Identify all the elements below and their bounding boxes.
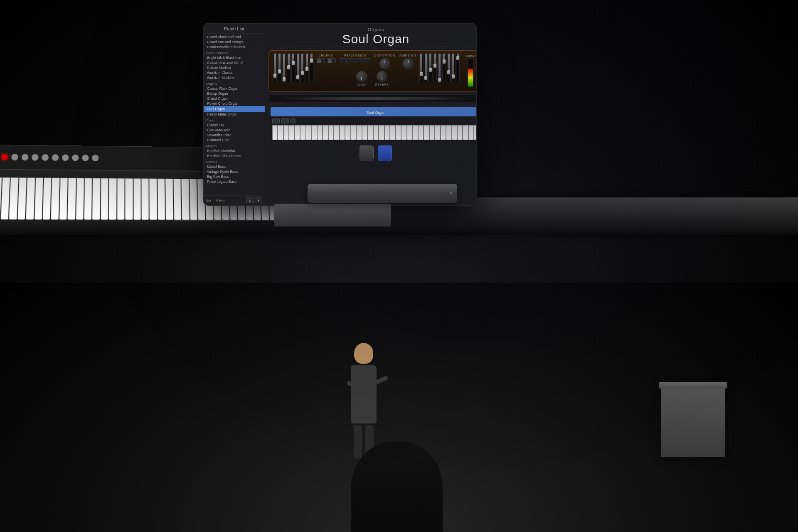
patch-item[interactable]: Grand Organ: [204, 96, 265, 101]
patch-list-footer: Set Patch ▲ ▼: [204, 195, 265, 205]
organ-name: Soul Organ: [272, 32, 477, 46]
patch-item[interactable]: Big Saw Bass: [204, 174, 265, 179]
patch-category: Mallets: [204, 143, 265, 148]
patch-item[interactable]: Classic D6: [204, 123, 265, 128]
patch-item[interactable]: Pulse Legato Bass: [204, 179, 265, 184]
keyboard-label-text: Soul Organ: [367, 111, 386, 115]
patch-item[interactable]: Classic Rock Organ: [204, 86, 265, 91]
output-section: Output: [462, 54, 477, 87]
kbd-control-1[interactable]: [272, 118, 280, 123]
click-knob[interactable]: [356, 71, 367, 82]
organ-category: Organs: [272, 27, 477, 32]
patch-item-selected[interactable]: Soul Organ: [204, 106, 265, 112]
mac-mini: [308, 184, 457, 203]
patch-item[interactable]: Realistic Marimba: [204, 148, 265, 153]
patch-list-header: Patch List: [204, 24, 265, 34]
organ-instrument-ui: CHORUS PER: [268, 50, 477, 92]
patch-item[interactable]: Wurlitzer Classic: [204, 70, 265, 75]
percussion-label: PERCUSSION: [344, 54, 366, 57]
distortion-label: DISTORTION: [374, 54, 395, 57]
perc-switch-4[interactable]: [364, 58, 370, 63]
presenter: [341, 343, 387, 455]
drawbars-right: [419, 54, 460, 82]
keyboard-label-bar: Soul Organ: [271, 107, 477, 116]
reverb-knob[interactable]: [377, 71, 387, 82]
organ-header: Organs Soul Organ: [265, 24, 477, 47]
perc-switch-2[interactable]: [348, 58, 355, 63]
distortion-knob[interactable]: [379, 58, 390, 69]
podium: [661, 384, 725, 457]
patch-item[interactable]: Distorted Clav: [204, 138, 265, 143]
presenter-leg-left: [354, 425, 362, 458]
patch-item[interactable]: Clav Auto-Wah: [204, 128, 265, 133]
set-label: Set: [206, 199, 211, 202]
patch-item[interactable]: Classic Suitcase Mk IV: [204, 60, 265, 65]
chorus-switch[interactable]: [316, 58, 325, 63]
mini-piano-keys: [272, 125, 477, 140]
patch-item[interactable]: Deluxe Modern: [204, 65, 265, 70]
patch-list-body[interactable]: Grand Piano and Pad Grand Pno and String…: [204, 34, 265, 195]
ambience-knob[interactable]: [403, 58, 414, 69]
patch-item[interactable]: Grand Piano and Pad: [204, 34, 265, 39]
presenter-body: [351, 365, 377, 424]
patch-category: Clavs: [204, 117, 265, 123]
pedal-left[interactable]: [360, 145, 374, 161]
monitor-stand: [274, 204, 391, 227]
down-arrow-button[interactable]: ▼: [255, 197, 262, 203]
output-meter: [468, 59, 473, 87]
screen-content: Patch List Grand Piano and Pad Grand Pno…: [204, 24, 476, 205]
monitor: Patch List Grand Piano and Pad Grand Pno…: [203, 23, 477, 206]
kbd-control-3[interactable]: [291, 118, 296, 123]
click-label: CLICK: [357, 83, 367, 86]
distortion-section: DISTORTION: [374, 54, 395, 69]
organ-main-panel: Organs Soul Organ: [265, 24, 477, 205]
drawbars-left: [273, 54, 313, 82]
patch-item[interactable]: Heavy Metal Organ: [204, 112, 265, 117]
patch-item[interactable]: Vintage Synth Bass: [204, 169, 265, 174]
reverb-section: REVERB: [375, 71, 389, 86]
percussion-section: PERCUSSION: [340, 54, 370, 63]
perc-switch-3[interactable]: [356, 58, 362, 63]
kbd-control-2[interactable]: [281, 118, 289, 123]
patch-list-panel: Patch List Grand Piano and Pad Grand Pno…: [204, 24, 265, 205]
output-label: Output: [466, 54, 475, 58]
patch-category: Electric Pianos: [204, 49, 265, 55]
patch-item[interactable]: Power Chord Organ: [204, 101, 265, 106]
pedal-right[interactable]: [378, 145, 392, 161]
reverb-label: REVERB: [375, 83, 389, 86]
presenter-arm: [374, 375, 388, 385]
ambience-section: AMBIENCE: [399, 54, 417, 69]
patch-item[interactable]: Wurlitzer Modern: [204, 75, 265, 80]
presenter-arm-left: [346, 381, 356, 388]
chorus-label: CHORUS: [319, 54, 333, 57]
patch-item[interactable]: GrndPnoWithPad&Choir: [204, 44, 265, 49]
patch-item[interactable]: Muted Bass: [204, 164, 265, 169]
patch-label: Patch: [216, 199, 224, 202]
perc-switch-1[interactable]: [340, 58, 347, 63]
chorus-switch-2[interactable]: [327, 58, 336, 63]
ambience-label: AMBIENCE: [399, 54, 417, 57]
presenter-head: [354, 343, 373, 364]
audience-head: [351, 441, 443, 532]
up-arrow-button[interactable]: ▲: [246, 197, 254, 203]
organ-controls-center: CHORUS PER: [316, 54, 417, 86]
chorus-section: CHORUS: [316, 54, 336, 63]
pedal-section: [265, 144, 477, 164]
mini-keyboard-section: Soul Organ: [268, 105, 477, 142]
patch-item[interactable]: Bright Mk II Blackface: [204, 55, 265, 60]
patch-item[interactable]: Realistic Vibraphones: [204, 153, 265, 158]
patch-item[interactable]: Seventies Clav: [204, 133, 265, 138]
patch-category: Organs: [204, 80, 265, 86]
patch-item[interactable]: Bebop Organ: [204, 91, 265, 96]
click-section: CLICK: [356, 71, 367, 86]
patch-item[interactable]: Grand Pno and Strings: [204, 39, 265, 44]
leslie-bar: [268, 94, 477, 103]
patch-category: Basses: [204, 158, 265, 164]
